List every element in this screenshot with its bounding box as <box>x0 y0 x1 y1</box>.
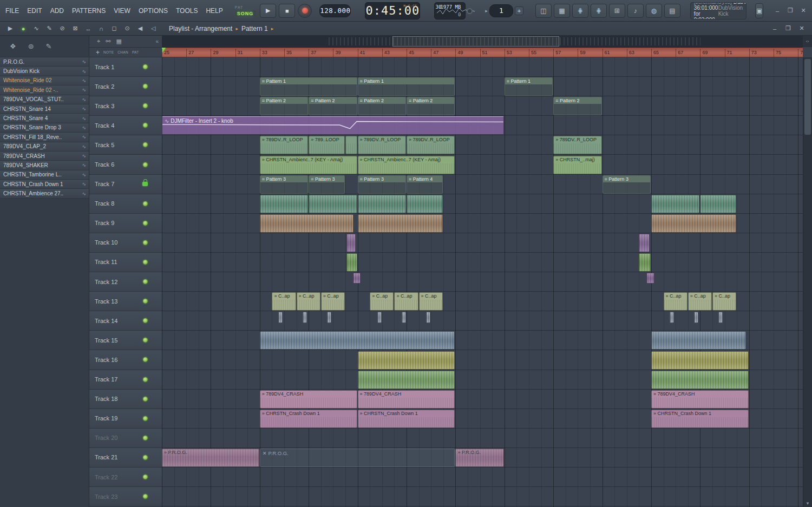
picker-item[interactable]: CHRSTN_Tamborine L..∿ <box>0 170 89 180</box>
pattern-name[interactable]: Pattern 1 <box>241 25 268 32</box>
mute-led[interactable] <box>143 221 148 226</box>
picker-item[interactable]: DubVision Kick∿ <box>0 67 89 76</box>
mute-led[interactable] <box>143 416 148 421</box>
pattern-clip[interactable]: Pattern 3 <box>309 175 345 194</box>
audio-clip[interactable] <box>353 273 361 284</box>
track-header[interactable]: Track 13 <box>89 292 162 311</box>
menu-edit[interactable]: EDIT <box>27 7 42 15</box>
audio-clip[interactable] <box>346 234 356 252</box>
mute-led[interactable] <box>143 103 148 108</box>
mute-led[interactable] <box>143 299 148 304</box>
piano-roll-window-button[interactable]: ▦ <box>554 4 570 18</box>
pattern-clip[interactable]: Pattern 2 <box>309 97 357 115</box>
pattern-arrow-icon[interactable]: ▸ <box>485 8 488 14</box>
lock-icon[interactable] <box>142 182 148 186</box>
mute-led[interactable] <box>143 357 148 362</box>
panel-maximize-button[interactable]: ❒ <box>782 23 794 34</box>
note-mode-label[interactable]: NOTE <box>103 50 114 54</box>
mute-led[interactable] <box>143 240 148 245</box>
track-lane[interactable] <box>162 155 803 175</box>
audio-clip[interactable]: 789DV..R_LOOP <box>407 136 455 154</box>
picker-item[interactable]: P.R.O.G.∿ <box>0 57 89 67</box>
audio-clip[interactable]: C..ap <box>272 292 296 311</box>
tempo-display[interactable]: 128.000 <box>319 4 351 17</box>
audio-clip[interactable]: CHRSTN_Crash Down 1 <box>651 410 749 428</box>
audio-clip[interactable]: C..ap <box>712 292 736 311</box>
audio-clip[interactable] <box>309 195 357 213</box>
track-header[interactable]: Track 11 <box>89 253 162 272</box>
mute-led[interactable] <box>143 318 148 323</box>
track-header[interactable]: Track 8 <box>89 194 162 214</box>
audio-clip[interactable] <box>651 214 736 233</box>
picker-item[interactable]: 789DV4_SHAKER∿ <box>0 161 89 170</box>
audio-clip[interactable]: C..ap <box>321 292 345 311</box>
audio-clip[interactable] <box>260 214 353 233</box>
scroll-corner-icon[interactable]: ‹› <box>803 36 812 47</box>
track-header[interactable]: Track 17 <box>89 370 162 390</box>
track-header[interactable]: Track 7 <box>89 175 162 194</box>
audio-clip[interactable]: P.R.O.G. <box>162 449 259 467</box>
zoom-tool-icon[interactable]: ⊙ <box>121 23 133 34</box>
back-arrow-icon[interactable]: ◁ <box>147 23 159 34</box>
audio-clip[interactable] <box>639 234 649 252</box>
picker-item[interactable]: Whitenoise_Ride 02∿ <box>0 76 89 85</box>
audio-clip[interactable]: C..ap <box>394 292 418 311</box>
stop-button[interactable]: ■ <box>279 4 295 18</box>
play-truncate-icon[interactable]: ▶ <box>4 23 16 34</box>
audio-clip[interactable]: 789DV..R_LOOP <box>358 136 406 154</box>
track-lane[interactable] <box>162 311 803 331</box>
audio-clip[interactable]: 789DV..R_LOOP <box>260 136 308 154</box>
picker-item[interactable]: Whitenoise_Ride 02 -..∿ <box>0 85 89 95</box>
audio-clip[interactable]: 789..LOOP <box>309 136 345 154</box>
target-tool-icon[interactable]: ⌖ <box>97 38 100 45</box>
minimap-view-window[interactable] <box>392 36 559 47</box>
picker-item[interactable]: 789DV4_VOCAL_STUT..∿ <box>0 95 89 104</box>
volume-knob[interactable] <box>467 8 473 14</box>
magnet-snap-icon[interactable]: ∩ <box>95 23 107 34</box>
audio-clip[interactable] <box>303 312 307 323</box>
audio-clip[interactable]: C..ap <box>370 292 394 311</box>
pattern-clip[interactable]: Pattern 2 <box>358 97 406 115</box>
channel-rack-window-button[interactable]: ⋕ <box>591 4 607 18</box>
maximize-button[interactable]: ❒ <box>785 5 796 16</box>
audio-clip[interactable] <box>426 312 430 323</box>
pattern-number-display[interactable]: 1 <box>489 4 513 17</box>
touch-keyboard-button[interactable]: ▤ <box>664 4 680 18</box>
add-track-button[interactable]: + <box>96 49 100 56</box>
track-lane[interactable] <box>162 135 803 155</box>
audio-clip[interactable] <box>651 351 749 370</box>
audio-clip[interactable] <box>700 195 736 213</box>
track-header[interactable]: Track 18 <box>89 390 162 409</box>
audio-clip[interactable]: 789DV4_CRASH <box>260 390 357 409</box>
track-lane[interactable] <box>162 77 803 96</box>
track-header[interactable]: Track 10 <box>89 233 162 253</box>
picker-item[interactable]: 789DV4_CLAP_2∿ <box>0 142 89 152</box>
audio-clip[interactable] <box>407 195 443 213</box>
audio-clip[interactable]: C..ap <box>664 292 687 311</box>
pat-song-toggle[interactable]: PAT SONG <box>235 5 256 17</box>
track-lane[interactable] <box>162 57 803 77</box>
menu-view[interactable]: VIEW <box>114 7 130 15</box>
pattern-clip[interactable]: Pattern 1 <box>358 77 455 96</box>
track-header[interactable]: Track 14 <box>89 311 162 331</box>
track-header[interactable]: Track 3 <box>89 96 162 116</box>
track-header[interactable]: Track 4 <box>89 116 162 135</box>
audio-clip[interactable]: 789DV4_CRASH <box>651 390 749 409</box>
picker-project-tab-icon[interactable]: ⊚ <box>28 42 34 50</box>
recording-led-icon[interactable]: ● <box>17 23 29 34</box>
timeline-ruler[interactable]: 2527293133353739414345474951535557596163… <box>162 48 803 57</box>
tuner-button[interactable]: ♪ <box>627 4 644 18</box>
mute-led[interactable] <box>143 279 148 284</box>
track-header[interactable]: Track 16 <box>89 350 162 370</box>
audio-clip[interactable] <box>670 312 674 323</box>
track-header[interactable]: Track 22 <box>89 468 162 487</box>
audio-clip[interactable]: 789DV4_CRASH <box>358 390 455 409</box>
audio-clip[interactable] <box>327 312 331 323</box>
mute-led[interactable] <box>143 123 148 128</box>
time-display[interactable]: 0:45:00 M:S:CS <box>365 2 420 19</box>
mixer-window-button[interactable]: ⋕ <box>572 4 588 18</box>
mute-led[interactable] <box>143 201 148 206</box>
audio-clip[interactable] <box>260 195 308 213</box>
audio-clip[interactable] <box>358 351 455 370</box>
record-button[interactable] <box>298 4 312 18</box>
